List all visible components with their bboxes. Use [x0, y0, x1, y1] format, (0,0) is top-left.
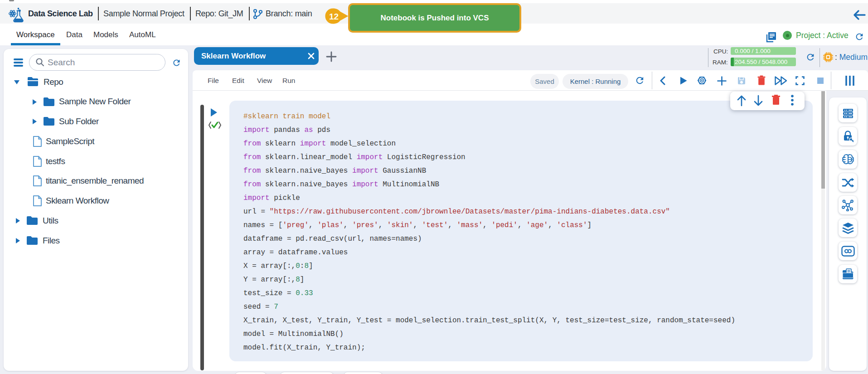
svg-text:12: 12 [329, 12, 339, 21]
